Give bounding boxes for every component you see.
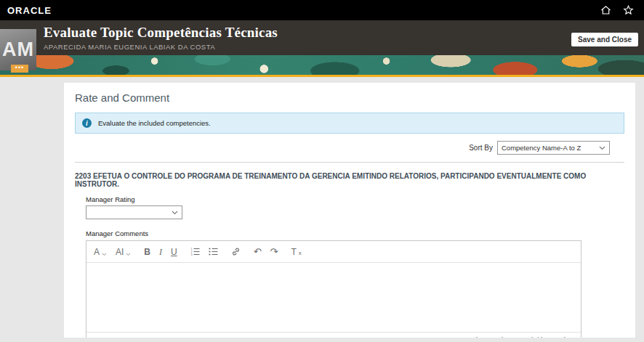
svg-text:3: 3 xyxy=(190,253,192,256)
bullet-list-icon xyxy=(209,248,218,256)
topbar: ORACLE xyxy=(0,0,644,20)
competency-fields: Manager Rating Manager Comments A AI xyxy=(86,195,624,338)
remove-format-button[interactable]: T x xyxy=(289,246,305,258)
divider xyxy=(75,162,624,163)
page-header: Evaluate Topic Competências Técnicas APA… xyxy=(0,20,644,77)
numbered-list-icon: 123 xyxy=(190,248,200,256)
character-count: Characters (with HTML): 0 xyxy=(496,336,573,338)
remove-format-sub: x xyxy=(299,251,302,256)
topbar-icons xyxy=(600,5,634,15)
numbered-list-button[interactable]: 123 xyxy=(188,246,203,257)
manager-comments-label: Manager Comments xyxy=(86,229,624,237)
home-icon xyxy=(600,5,611,15)
underline-button[interactable]: U xyxy=(168,246,180,258)
comments-textarea[interactable] xyxy=(86,263,581,332)
bullet-list-button[interactable] xyxy=(206,246,221,257)
sort-by-value: Competency Name-A to Z xyxy=(502,144,581,152)
rate-and-comment-card: Rate and Comment i Evaluate the included… xyxy=(64,83,635,338)
accent-line xyxy=(0,75,644,77)
decorative-banner xyxy=(0,55,644,75)
remove-format-icon: T xyxy=(291,248,297,256)
page-title: Evaluate Topic Competências Técnicas xyxy=(44,25,644,41)
content-area: Rate and Comment i Evaluate the included… xyxy=(0,77,644,342)
sort-row: Sort By Competency Name-A to Z xyxy=(75,141,624,155)
page-header-band: Evaluate Topic Competências Técnicas APA… xyxy=(0,20,644,55)
font-button[interactable]: A xyxy=(91,246,110,258)
save-and-close-button[interactable]: Save and Close xyxy=(571,33,638,46)
rich-text-editor: A AI B I U xyxy=(86,240,581,338)
section-title: Rate and Comment xyxy=(75,91,624,104)
font-size-icon: AI xyxy=(116,248,124,256)
chevron-down-icon xyxy=(102,253,107,256)
font-icon: A xyxy=(94,248,100,256)
info-banner: i Evaluate the included competencies. xyxy=(75,113,624,134)
ellipsis-menu[interactable]: ••• xyxy=(11,65,28,73)
bold-button[interactable]: B xyxy=(141,246,153,258)
editor-toolbar: A AI B I U xyxy=(86,241,581,263)
info-message: Evaluate the included competencies. xyxy=(98,119,211,127)
chevron-down-icon xyxy=(172,211,178,215)
link-button[interactable] xyxy=(228,245,243,258)
chevron-down-icon xyxy=(126,253,131,256)
manager-rating-label: Manager Rating xyxy=(86,195,624,203)
avatar-initials: AM xyxy=(2,38,34,61)
favorites-button[interactable] xyxy=(623,5,634,15)
info-icon: i xyxy=(82,118,92,128)
star-icon xyxy=(623,5,634,15)
manager-rating-select[interactable] xyxy=(86,205,182,219)
font-size-button[interactable]: AI xyxy=(113,246,134,258)
page-header-text: Evaluate Topic Competências Técnicas APA… xyxy=(0,20,644,51)
sort-by-select[interactable]: Competency Name-A to Z xyxy=(497,141,610,155)
undo-button[interactable]: ↶ xyxy=(251,245,265,258)
link-icon xyxy=(231,247,241,256)
home-button[interactable] xyxy=(600,5,611,15)
person-name: APARECIDA MARIA EUGENIA LABIAK DA COSTA xyxy=(44,43,644,51)
redo-button[interactable]: ↷ xyxy=(267,245,281,258)
sort-by-label: Sort By xyxy=(469,144,493,152)
editor-footer: Words: 0 Characters (with HTML): 0 xyxy=(86,332,581,338)
oracle-logo: ORACLE xyxy=(7,5,52,16)
word-count: Words: 0 xyxy=(462,336,488,338)
italic-button[interactable]: I xyxy=(156,246,165,258)
competency-title: 2203 EFETUA O CONTROLE DO PROGRAMA DE TR… xyxy=(75,172,624,188)
chevron-down-icon xyxy=(599,146,605,150)
